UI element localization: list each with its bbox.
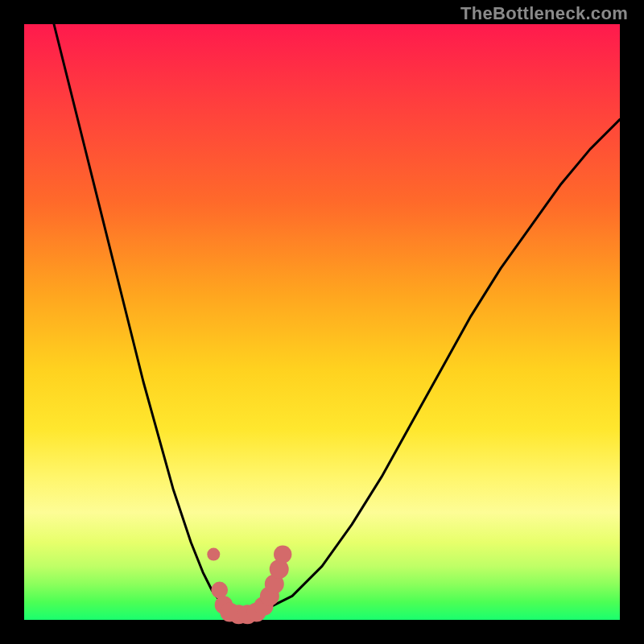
curve-layer [24, 24, 620, 620]
marker-dot [274, 545, 291, 563]
optimal-range-markers [207, 545, 291, 624]
attribution-text: TheBottleneck.com [460, 3, 628, 24]
marker-dot [207, 548, 220, 561]
bottleneck-curve-path [54, 24, 620, 614]
marker-dot [211, 582, 228, 599]
chart-frame: TheBottleneck.com [0, 0, 644, 644]
plot-area [24, 24, 620, 620]
